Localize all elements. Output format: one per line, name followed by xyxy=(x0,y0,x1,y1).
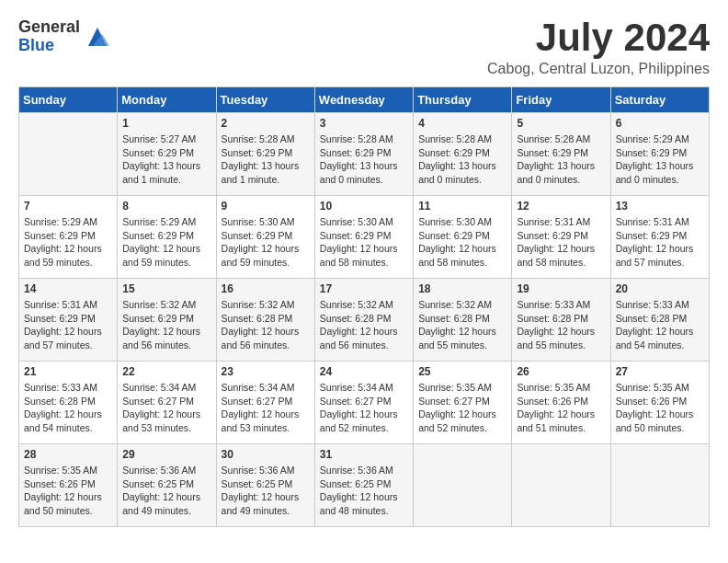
day-info: Sunrise: 5:35 AM Sunset: 6:26 PM Dayligh… xyxy=(517,381,605,435)
day-number: 13 xyxy=(616,200,704,213)
calendar-cell: 10Sunrise: 5:30 AM Sunset: 6:29 PM Dayli… xyxy=(314,196,413,279)
calendar-header-row: SundayMondayTuesdayWednesdayThursdayFrid… xyxy=(19,87,710,113)
location: Cabog, Central Luzon, Philippines xyxy=(487,61,710,77)
day-info: Sunrise: 5:29 AM Sunset: 6:29 PM Dayligh… xyxy=(24,215,112,270)
day-info: Sunrise: 5:34 AM Sunset: 6:27 PM Dayligh… xyxy=(320,381,408,435)
calendar-cell: 8Sunrise: 5:29 AM Sunset: 6:29 PM Daylig… xyxy=(118,196,216,279)
calendar-cell: 9Sunrise: 5:30 AM Sunset: 6:29 PM Daylig… xyxy=(216,196,314,279)
calendar-table: SundayMondayTuesdayWednesdayThursdayFrid… xyxy=(18,86,710,527)
day-number: 14 xyxy=(24,282,112,295)
day-number: 8 xyxy=(122,200,210,213)
calendar-cell: 25Sunrise: 5:35 AM Sunset: 6:27 PM Dayli… xyxy=(414,362,512,444)
day-info: Sunrise: 5:28 AM Sunset: 6:29 PM Dayligh… xyxy=(222,132,310,187)
calendar-cell: 20Sunrise: 5:33 AM Sunset: 6:28 PM Dayli… xyxy=(610,279,709,362)
calendar-cell: 24Sunrise: 5:34 AM Sunset: 6:27 PM Dayli… xyxy=(314,362,413,444)
day-number: 11 xyxy=(418,200,506,213)
day-info: Sunrise: 5:27 AM Sunset: 6:29 PM Dayligh… xyxy=(122,132,210,187)
header-friday: Friday xyxy=(512,87,610,113)
day-info: Sunrise: 5:28 AM Sunset: 6:29 PM Dayligh… xyxy=(320,132,408,187)
day-info: Sunrise: 5:32 AM Sunset: 6:29 PM Dayligh… xyxy=(122,298,210,352)
calendar-cell: 2Sunrise: 5:28 AM Sunset: 6:29 PM Daylig… xyxy=(216,113,314,196)
day-number: 9 xyxy=(222,200,310,213)
day-number: 2 xyxy=(222,117,310,130)
header-sunday: Sunday xyxy=(19,87,118,113)
calendar-cell xyxy=(610,444,709,527)
day-info: Sunrise: 5:30 AM Sunset: 6:29 PM Dayligh… xyxy=(320,215,408,270)
day-number: 12 xyxy=(517,200,605,213)
calendar-week-4: 21Sunrise: 5:33 AM Sunset: 6:28 PM Dayli… xyxy=(19,362,710,444)
header-tuesday: Tuesday xyxy=(216,87,314,113)
month-title: July 2024 xyxy=(487,18,710,57)
calendar-cell: 31Sunrise: 5:36 AM Sunset: 6:25 PM Dayli… xyxy=(314,444,413,527)
calendar-cell xyxy=(19,113,118,196)
day-number: 15 xyxy=(122,282,210,295)
day-info: Sunrise: 5:36 AM Sunset: 6:25 PM Dayligh… xyxy=(320,464,408,518)
day-info: Sunrise: 5:30 AM Sunset: 6:29 PM Dayligh… xyxy=(222,215,310,270)
logo-general-text: General xyxy=(18,18,80,37)
day-number: 27 xyxy=(616,365,704,378)
day-info: Sunrise: 5:33 AM Sunset: 6:28 PM Dayligh… xyxy=(24,381,112,435)
day-info: Sunrise: 5:29 AM Sunset: 6:29 PM Dayligh… xyxy=(122,215,210,270)
calendar-cell xyxy=(512,444,610,527)
day-number: 29 xyxy=(122,448,210,461)
logo-icon xyxy=(84,23,111,51)
day-number: 24 xyxy=(320,365,408,378)
day-info: Sunrise: 5:35 AM Sunset: 6:27 PM Dayligh… xyxy=(418,381,506,435)
calendar-week-3: 14Sunrise: 5:31 AM Sunset: 6:29 PM Dayli… xyxy=(19,279,710,362)
calendar-cell: 28Sunrise: 5:35 AM Sunset: 6:26 PM Dayli… xyxy=(19,444,118,527)
calendar-cell: 15Sunrise: 5:32 AM Sunset: 6:29 PM Dayli… xyxy=(118,279,216,362)
day-number: 28 xyxy=(24,448,112,461)
day-info: Sunrise: 5:34 AM Sunset: 6:27 PM Dayligh… xyxy=(222,381,310,435)
day-number: 16 xyxy=(222,282,310,295)
day-info: Sunrise: 5:31 AM Sunset: 6:29 PM Dayligh… xyxy=(517,215,605,270)
logo: General Blue xyxy=(18,18,111,55)
calendar-cell: 23Sunrise: 5:34 AM Sunset: 6:27 PM Dayli… xyxy=(216,362,314,444)
day-number: 4 xyxy=(418,117,506,130)
day-number: 31 xyxy=(320,448,408,461)
day-info: Sunrise: 5:33 AM Sunset: 6:28 PM Dayligh… xyxy=(616,298,704,352)
day-info: Sunrise: 5:29 AM Sunset: 6:29 PM Dayligh… xyxy=(616,132,704,187)
calendar-cell xyxy=(414,444,512,527)
day-info: Sunrise: 5:28 AM Sunset: 6:29 PM Dayligh… xyxy=(418,132,506,187)
day-number: 23 xyxy=(222,365,310,378)
calendar-cell: 14Sunrise: 5:31 AM Sunset: 6:29 PM Dayli… xyxy=(19,279,118,362)
day-number: 21 xyxy=(24,365,112,378)
calendar-cell: 16Sunrise: 5:32 AM Sunset: 6:28 PM Dayli… xyxy=(216,279,314,362)
day-info: Sunrise: 5:28 AM Sunset: 6:29 PM Dayligh… xyxy=(517,132,605,187)
day-number: 18 xyxy=(418,282,506,295)
calendar-cell: 13Sunrise: 5:31 AM Sunset: 6:29 PM Dayli… xyxy=(610,196,709,279)
calendar-week-2: 7Sunrise: 5:29 AM Sunset: 6:29 PM Daylig… xyxy=(19,196,710,279)
day-number: 30 xyxy=(222,448,310,461)
logo-blue-text: Blue xyxy=(18,37,80,55)
calendar-cell: 30Sunrise: 5:36 AM Sunset: 6:25 PM Dayli… xyxy=(216,444,314,527)
calendar-cell: 6Sunrise: 5:29 AM Sunset: 6:29 PM Daylig… xyxy=(610,113,709,196)
calendar-cell: 19Sunrise: 5:33 AM Sunset: 6:28 PM Dayli… xyxy=(512,279,610,362)
day-info: Sunrise: 5:30 AM Sunset: 6:29 PM Dayligh… xyxy=(418,215,506,270)
day-number: 19 xyxy=(517,282,605,295)
day-number: 17 xyxy=(320,282,408,295)
day-info: Sunrise: 5:32 AM Sunset: 6:28 PM Dayligh… xyxy=(222,298,310,352)
day-number: 6 xyxy=(616,117,704,130)
day-number: 25 xyxy=(418,365,506,378)
calendar-cell: 7Sunrise: 5:29 AM Sunset: 6:29 PM Daylig… xyxy=(19,196,118,279)
header-monday: Monday xyxy=(118,87,216,113)
day-info: Sunrise: 5:32 AM Sunset: 6:28 PM Dayligh… xyxy=(320,298,408,352)
calendar-cell: 21Sunrise: 5:33 AM Sunset: 6:28 PM Dayli… xyxy=(19,362,118,444)
day-info: Sunrise: 5:32 AM Sunset: 6:28 PM Dayligh… xyxy=(418,298,506,352)
day-info: Sunrise: 5:31 AM Sunset: 6:29 PM Dayligh… xyxy=(616,215,704,270)
calendar-cell: 18Sunrise: 5:32 AM Sunset: 6:28 PM Dayli… xyxy=(414,279,512,362)
day-info: Sunrise: 5:31 AM Sunset: 6:29 PM Dayligh… xyxy=(24,298,112,352)
day-number: 1 xyxy=(122,117,210,130)
calendar-cell: 1Sunrise: 5:27 AM Sunset: 6:29 PM Daylig… xyxy=(118,113,216,196)
day-info: Sunrise: 5:34 AM Sunset: 6:27 PM Dayligh… xyxy=(122,381,210,435)
calendar-week-5: 28Sunrise: 5:35 AM Sunset: 6:26 PM Dayli… xyxy=(19,444,710,527)
calendar-cell: 4Sunrise: 5:28 AM Sunset: 6:29 PM Daylig… xyxy=(414,113,512,196)
day-info: Sunrise: 5:33 AM Sunset: 6:28 PM Dayligh… xyxy=(517,298,605,352)
day-number: 3 xyxy=(320,117,408,130)
calendar-cell: 22Sunrise: 5:34 AM Sunset: 6:27 PM Dayli… xyxy=(118,362,216,444)
header-thursday: Thursday xyxy=(414,87,512,113)
calendar-cell: 17Sunrise: 5:32 AM Sunset: 6:28 PM Dayli… xyxy=(314,279,413,362)
calendar-cell: 12Sunrise: 5:31 AM Sunset: 6:29 PM Dayli… xyxy=(512,196,610,279)
day-info: Sunrise: 5:36 AM Sunset: 6:25 PM Dayligh… xyxy=(222,464,310,518)
calendar-cell: 3Sunrise: 5:28 AM Sunset: 6:29 PM Daylig… xyxy=(314,113,413,196)
